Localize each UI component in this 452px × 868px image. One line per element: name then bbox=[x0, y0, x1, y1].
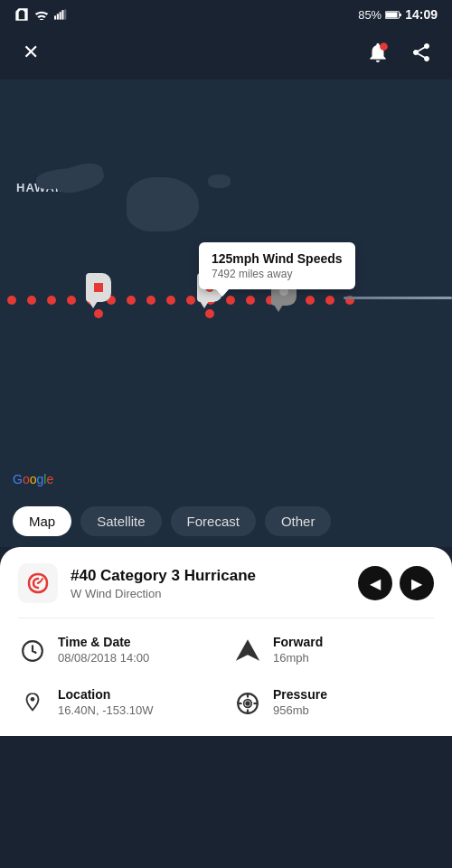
track-dot bbox=[7, 296, 16, 305]
time-date-value: 08/08/2018 14:00 bbox=[58, 651, 149, 665]
forward-icon bbox=[233, 637, 262, 665]
location-icon bbox=[18, 689, 47, 718]
hurricane-subtitle: W Wind Direction bbox=[71, 587, 256, 600]
svg-point-18 bbox=[246, 702, 249, 704]
track-dot bbox=[246, 296, 255, 305]
storm-marker-1[interactable] bbox=[86, 273, 111, 318]
divider bbox=[18, 618, 434, 618]
track-dot bbox=[67, 296, 76, 305]
hurricane-header: #40 Category 3 Hurricane W Wind Directio… bbox=[18, 563, 434, 603]
track-continuation bbox=[344, 297, 452, 299]
share-icon bbox=[410, 42, 432, 63]
track-dot bbox=[47, 296, 56, 305]
svg-rect-3 bbox=[61, 10, 63, 20]
svg-rect-2 bbox=[60, 12, 61, 19]
track-dot bbox=[146, 296, 155, 305]
tooltip-subtitle: 7492 miles away bbox=[212, 268, 343, 280]
notification-button[interactable] bbox=[362, 36, 394, 69]
location-label: Location bbox=[58, 687, 154, 702]
bell-icon bbox=[366, 41, 390, 64]
status-left bbox=[14, 7, 67, 22]
track-dot bbox=[166, 296, 175, 305]
location-content: Location 16.40N, -153.10W bbox=[58, 687, 154, 717]
track-dot bbox=[325, 296, 334, 305]
svg-rect-1 bbox=[57, 14, 59, 19]
tab-satellite[interactable]: Satellite bbox=[80, 506, 161, 536]
pressure-content: Pressure 956mb bbox=[273, 687, 327, 717]
info-forward: Forward 16mph bbox=[233, 635, 434, 665]
status-time: 14:09 bbox=[405, 7, 438, 22]
hurricane-title: #40 Category 3 Hurricane bbox=[71, 567, 256, 585]
prev-button[interactable]: ◀ bbox=[358, 566, 392, 600]
close-button[interactable]: ✕ bbox=[14, 36, 47, 69]
svg-rect-6 bbox=[400, 14, 401, 16]
top-nav: ✕ bbox=[0, 29, 452, 80]
svg-rect-0 bbox=[54, 15, 56, 19]
map-area[interactable]: HAWAII bbox=[0, 80, 452, 495]
island-3 bbox=[208, 175, 231, 188]
wifi-icon bbox=[34, 9, 49, 20]
info-time-date: Time & Date 08/08/2018 14:00 bbox=[18, 635, 219, 665]
forward-label: Forward bbox=[273, 635, 323, 649]
battery-icon bbox=[385, 10, 401, 20]
map-tabs: Map Satellite Forecast Other bbox=[0, 495, 452, 547]
track-dot bbox=[226, 296, 235, 305]
storm-track-dots bbox=[0, 291, 316, 309]
nav-arrows: ◀ ▶ bbox=[358, 566, 434, 600]
pressure-label: Pressure bbox=[273, 687, 327, 702]
forward-value: 16mph bbox=[273, 651, 323, 665]
tooltip-title: 125mph Wind Speeds bbox=[212, 251, 343, 266]
info-grid: Time & Date 08/08/2018 14:00 Forward 16m… bbox=[18, 635, 434, 718]
hurricane-icon bbox=[18, 563, 58, 603]
track-dot bbox=[127, 296, 136, 305]
hurricane-info: #40 Category 3 Hurricane W Wind Directio… bbox=[71, 567, 256, 600]
info-location: Location 16.40N, -153.10W bbox=[18, 687, 219, 718]
clock-icon bbox=[18, 637, 47, 665]
pressure-value: 956mb bbox=[273, 703, 327, 717]
status-right: 85% 14:09 bbox=[358, 7, 438, 22]
share-button[interactable] bbox=[405, 36, 438, 69]
google-branding: Google bbox=[13, 472, 53, 486]
next-button[interactable]: ▶ bbox=[400, 566, 434, 600]
status-bar: 85% 14:09 bbox=[0, 0, 452, 29]
svg-point-11 bbox=[31, 697, 35, 702]
island-2 bbox=[127, 177, 199, 231]
hurricane-left: #40 Category 3 Hurricane W Wind Directio… bbox=[18, 563, 256, 603]
svg-rect-7 bbox=[386, 12, 398, 17]
track-dot bbox=[27, 296, 36, 305]
battery-percent: 85% bbox=[358, 8, 381, 22]
svg-marker-10 bbox=[238, 641, 258, 659]
svg-point-8 bbox=[380, 42, 388, 51]
signal-icon bbox=[54, 9, 67, 20]
tab-forecast[interactable]: Forecast bbox=[171, 506, 256, 536]
tab-map[interactable]: Map bbox=[13, 506, 71, 536]
location-value: 16.40N, -153.10W bbox=[58, 703, 154, 717]
track-dot bbox=[306, 296, 315, 305]
tab-other[interactable]: Other bbox=[265, 506, 332, 536]
time-date-content: Time & Date 08/08/2018 14:00 bbox=[58, 635, 149, 665]
nav-right bbox=[362, 36, 438, 69]
bottom-panel: #40 Category 3 Hurricane W Wind Directio… bbox=[0, 547, 452, 736]
info-pressure: Pressure 956mb bbox=[233, 687, 434, 718]
time-date-label: Time & Date bbox=[58, 635, 149, 649]
pressure-icon bbox=[233, 689, 262, 718]
track-dot bbox=[186, 296, 195, 305]
wind-speed-tooltip: 125mph Wind Speeds 7492 miles away bbox=[199, 242, 355, 289]
forward-content: Forward 16mph bbox=[273, 635, 323, 665]
svg-rect-4 bbox=[64, 9, 66, 19]
hurricane-symbol bbox=[25, 571, 51, 596]
sim-icon bbox=[14, 7, 29, 22]
